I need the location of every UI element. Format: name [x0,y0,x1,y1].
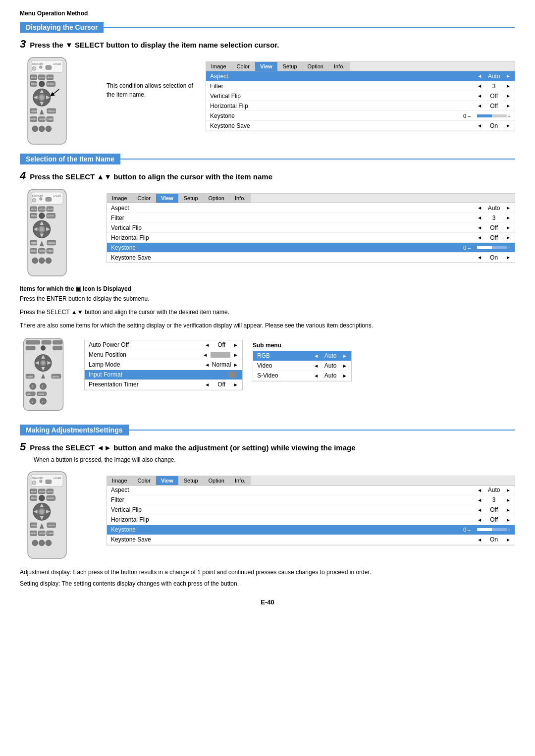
menu1-tab-image: Image [206,62,232,71]
side-submenu-row-svideo: S-Video ◄ Auto ► [253,371,351,381]
svg-rect-86 [53,346,62,350]
menu1-tab-option: Option [303,62,329,71]
menu3-panel: Image Color View Setup Option Info. Aspe… [107,476,515,545]
svg-text:VIDEO: VIDEO [39,490,46,493]
step3-content: STANDBY LASER RGB VIDEO AUTO MENU [20,56,515,146]
svg-point-85 [41,345,45,350]
svg-text:2: 2 [42,385,43,388]
svg-text:MUTE: MUTE [39,118,45,120]
menu3-tab-option: Option [204,476,230,485]
section-displaying-cursor: Displaying the Cursor 3 Press the ▼ SELE… [20,22,515,146]
submenu-note-title: Items for which the ▣ Icon Is Displayed [20,285,515,292]
menu2-tab-color: Color [133,194,156,203]
menu1-row-hflip: Horizontal Flip ◄ Off ► [206,101,515,111]
submenu-side-container: Sub menu RGB ◄ Auto ► Video ◄ Auto ► S-V… [253,340,352,381]
svg-point-125 [39,495,45,501]
section-making-adjustments: Making Adjustments/Settings 5 Press the … [20,425,515,589]
submenu-panels-section: ENTER CANCEL 1 2 VOL ZOOM 3 4 [20,336,515,417]
svg-point-147 [32,540,38,546]
svg-text:CANCEL: CANCEL [48,524,56,527]
menu-panel-2: Image Color View Setup Option Info. Aspe… [107,193,515,263]
side-submenu-row-rgb: RGB ◄ Auto ► [253,351,351,361]
svg-text:TIMER: TIMER [47,118,54,120]
svg-rect-83 [53,340,62,344]
menu3-row-filter: Filter ◄ 3 ► [107,495,515,505]
remote2: STANDBY LASER RGB VIDEO AUTO MENU QUICK [20,188,97,277]
svg-text:RGB: RGB [31,208,36,211]
svg-point-37 [39,126,45,132]
svg-text:FREEZE: FREEZE [30,250,38,252]
section2-title: Selection of the Item Name [20,154,120,164]
submenu-panel-inner: Auto Power Off ◄ Off ► Menu Position ◄ ►… [84,340,243,390]
page-footer: E-40 [20,598,515,606]
menu3-row-keystone: Keystone 0 – + [107,525,515,535]
menu-panel-3: Image Color View Setup Option Info. Aspe… [107,476,515,545]
menu3-tabs: Image Color View Setup Option Info. [107,476,515,486]
section3-title: Making Adjustments/Settings [20,425,129,435]
svg-point-46 [39,197,42,200]
submenu-note-line1: Press the ENTER button to display the su… [20,294,515,304]
svg-point-55 [39,213,45,219]
svg-point-24 [39,95,44,100]
svg-text:TIMER: TIMER [47,250,54,252]
menu2-tab-view: View [156,194,179,203]
svg-text:LASER: LASER [54,63,61,65]
svg-text:QUICK: QUICK [47,497,54,499]
menu2-row-vflip: Vertical Flip ◄ Off ► [107,223,515,233]
menu1-tab-color: Color [232,62,255,71]
section1-title: Displaying the Cursor [20,22,104,33]
menu1-tab-view: View [255,62,278,71]
step4-header: 4 Press the SELECT ▲▼ button to align th… [20,169,515,182]
remote1: STANDBY LASER RGB VIDEO AUTO MENU [20,56,97,146]
svg-text:AUTO: AUTO [48,76,54,79]
menu2-tab-info: Info. [230,194,251,203]
svg-text:AUTO: AUTO [48,208,54,211]
menu3-tab-view: View [156,476,179,485]
menu3-row-aspect: Aspect ◄ Auto ► [107,486,515,495]
svg-rect-117 [46,480,52,484]
svg-text:MENU: MENU [31,215,38,217]
menu2-tabs: Image Color View Setup Option Info. [107,194,515,203]
menu-panel-1: Image Color View Setup Option Info. Aspe… [206,61,515,131]
svg-text:3: 3 [32,400,33,403]
svg-text:ENTER: ENTER [26,376,33,378]
menu1-row-keystone: Keystone 0 – + [206,111,515,121]
svg-text:QUICK: QUICK [47,83,54,85]
svg-text:LASER: LASER [54,477,61,479]
step5-text: Press the SELECT ◄► button and make the … [30,443,355,452]
svg-text:RGB: RGB [31,76,36,79]
svg-text:QUICK: QUICK [47,215,54,217]
svg-text:CANCEL: CANCEL [48,242,56,244]
page-num: E-40 [261,598,274,606]
svg-text:CANCEL: CANCEL [48,110,56,112]
menu2-row-keystone: Keystone 0 – + [107,243,515,253]
submenu-note-line2: Press the SELECT ▲▼ button and align the… [20,308,515,317]
menu2-panel: Image Color View Setup Option Info. Aspe… [107,193,515,263]
svg-point-78 [39,258,45,264]
svg-point-135 [39,509,44,514]
menu3-tab-color: Color [133,476,156,485]
menu3-row-vflip: Vertical Flip ◄ Off ► [107,505,515,515]
menu3-row-keystonesave: Keystone Save ◄ On ► [107,535,515,545]
menu3-tab-setup: Setup [179,476,204,485]
menu1-tabs: Image Color View Setup Option Info. [206,62,515,71]
menu2-row-hflip: Horizontal Flip ◄ Off ► [107,233,515,243]
svg-text:STANDBY: STANDBY [32,63,44,65]
svg-text:ZOOM: ZOOM [38,392,45,395]
submenu-row-lampmode: Lamp Mode ◄ Normal ► [85,360,242,370]
svg-text:LASER: LASER [54,195,61,197]
step5-content: STANDBY LASER RGB VIDEO AUTO MENU QUICK [20,471,515,560]
svg-text:TIMER: TIMER [47,532,54,535]
svg-point-93 [41,361,45,365]
step5-num: 5 [20,440,26,453]
svg-point-14 [39,81,45,87]
step3-note: This condition allows selection of the i… [107,81,196,99]
menu3-tab-image: Image [107,476,133,485]
menu2-row-keystonesave: Keystone Save ◄ On ► [107,253,515,263]
svg-text:RGB: RGB [31,490,36,493]
side-submenu-panel: RGB ◄ Auto ► Video ◄ Auto ► S-Video ◄ Au… [253,351,352,381]
menu1-tab-setup: Setup [278,62,303,71]
svg-text:ENTER: ENTER [31,524,38,527]
step5-subtext: When a button is pressed, the image will… [34,455,515,465]
menu1-row-aspect: Aspect ◄ Auto ► [206,71,515,81]
